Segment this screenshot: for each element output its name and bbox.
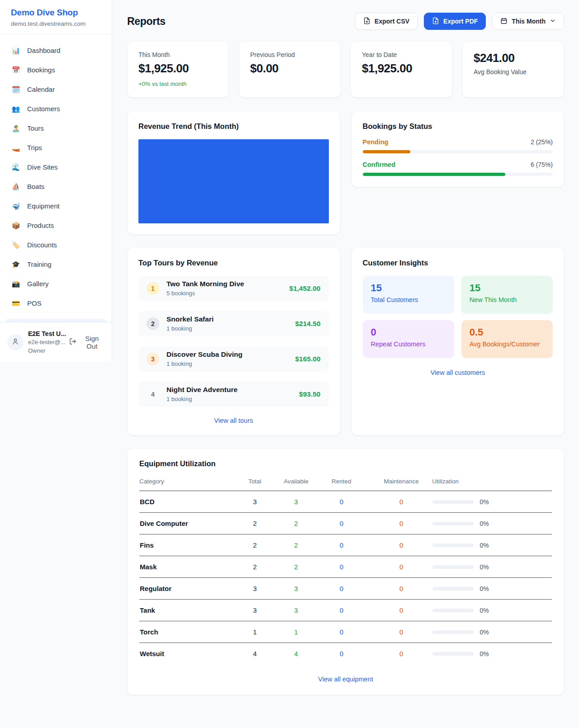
- avatar: [7, 334, 24, 350]
- sidebar-nav-item[interactable]: 👥 Customers: [5, 99, 106, 118]
- available-cell: 2: [280, 556, 313, 578]
- user-name: E2E Test U...: [28, 329, 65, 338]
- equipment-row: Regulator 3 3 0 0 0%: [139, 578, 552, 600]
- maintenance-cell: 0: [370, 513, 432, 534]
- revenue-trend-card: Revenue Trend (This Month): [127, 111, 340, 235]
- sidebar-nav-item[interactable]: 🎓 Training: [5, 255, 106, 274]
- rented-cell: 0: [313, 643, 370, 665]
- view-all-customers-link[interactable]: View all customers: [363, 369, 553, 376]
- sidebar-nav-item[interactable]: 💳 POS: [5, 293, 106, 313]
- equipment-row: Mask 2 2 0 0 0%: [139, 556, 552, 578]
- equipment-row: BCD 3 3 0 0 0%: [139, 491, 552, 513]
- nav-item-icon: 💳: [11, 300, 20, 307]
- tile-label: Total Customers: [371, 296, 446, 303]
- export-csv-button[interactable]: Export CSV: [355, 13, 418, 30]
- tile-value: 15: [470, 283, 545, 293]
- rank-badge: 2: [147, 317, 159, 330]
- period-dropdown[interactable]: This Month: [492, 13, 564, 30]
- utilization-cell: 0%: [432, 600, 552, 621]
- stat-label: Avg Booking Value: [474, 68, 553, 76]
- sign-out-button[interactable]: Sign Out: [69, 335, 104, 350]
- category-cell: Dive Computer: [139, 513, 230, 534]
- rented-cell: 0: [313, 578, 370, 600]
- utilization-bar: [432, 652, 474, 656]
- maintenance-cell: 0: [370, 621, 432, 643]
- total-cell: 2: [230, 513, 280, 534]
- insight-tile-total-customers: 15 Total Customers: [363, 276, 454, 314]
- user-info: E2E Test U... e2e-tester@... Owner: [28, 329, 65, 355]
- column-header-available: Available: [280, 473, 313, 491]
- sidebar-nav-item[interactable]: 📦 Products: [5, 216, 106, 235]
- stat-card-avg-booking-value: $241.00 Avg Booking Value: [462, 41, 564, 98]
- nav-item-reports-partial[interactable]: [5, 319, 106, 322]
- tour-info: Night Dive Adventure 1 booking: [166, 385, 237, 403]
- customer-insights-title: Customer Insights: [363, 259, 553, 267]
- nav-item-icon: 🎓: [11, 261, 20, 268]
- utilization-percent: 0%: [479, 607, 489, 614]
- sidebar-nav-item[interactable]: 🌊 Dive Sites: [5, 157, 106, 177]
- status-row-pending: Pending 2 (25%): [363, 138, 553, 153]
- sidebar-nav-item[interactable]: 🤿 Equipment: [5, 196, 106, 216]
- stat-label: Year to Date: [362, 51, 441, 58]
- status-value: 6 (75%): [531, 161, 553, 168]
- tour-name: Two Tank Morning Dive: [166, 279, 244, 288]
- user-email: e2e-tester@...: [28, 338, 65, 347]
- tile-label: New This Month: [470, 296, 545, 303]
- utilization-cell: 0%: [432, 534, 552, 556]
- sidebar-nav-item[interactable]: ⛵ Boats: [5, 177, 106, 196]
- sidebar-nav-item[interactable]: 🏷️ Discounts: [5, 235, 106, 255]
- top-tours-card: Top Tours by Revenue 1 Two Tank Morning …: [127, 247, 340, 435]
- status-row-confirmed: Confirmed 6 (75%): [363, 161, 553, 176]
- view-all-equipment-link[interactable]: View all equipment: [139, 676, 552, 683]
- insight-tiles: 15 Total Customers 15 New This Month 0 R…: [363, 276, 553, 358]
- nav-item-label: Training: [27, 260, 52, 268]
- export-pdf-button[interactable]: Export PDF: [424, 13, 486, 30]
- sidebar-nav-item[interactable]: 📅 Bookings: [5, 60, 106, 80]
- equipment-utilization-card: Equipment Utilization Category Total Ava…: [127, 448, 564, 695]
- utilization-cell: 0%: [432, 578, 552, 600]
- tour-bookings: 1 booking: [166, 360, 242, 368]
- utilization-percent: 0%: [479, 650, 489, 657]
- stat-label: This Month: [138, 51, 218, 58]
- sidebar-nav-item[interactable]: 🗓️ Calendar: [5, 80, 106, 99]
- sidebar-nav-item[interactable]: 🏝️ Tours: [5, 118, 106, 138]
- utilization-bar: [432, 544, 474, 547]
- utilization-bar: [432, 565, 474, 569]
- nav-item-icon: 👥: [11, 105, 20, 112]
- nav-item-icon: 🏷️: [11, 241, 20, 248]
- nav-item-label: Calendar: [27, 85, 55, 93]
- equipment-row: Dive Computer 2 2 0 0 0%: [139, 513, 552, 534]
- user-role: Owner: [28, 347, 65, 355]
- tour-bookings: 5 bookings: [166, 290, 244, 298]
- total-cell: 3: [230, 578, 280, 600]
- utilization-bar: [432, 630, 474, 634]
- utilization-percent: 0%: [479, 498, 489, 506]
- equipment-row: Wetsuit 4 4 0 0 0%: [139, 643, 552, 665]
- nav-item-icon: 📊: [11, 47, 20, 54]
- maintenance-cell: 0: [370, 534, 432, 556]
- stat-card-this-month: This Month $1,925.00 +0% vs last month: [127, 41, 229, 98]
- sidebar-nav-item[interactable]: 🚤 Trips: [5, 138, 106, 157]
- sidebar-nav-item[interactable]: 📊 Dashboard: [5, 41, 106, 60]
- utilization-cell: 0%: [432, 643, 552, 665]
- total-cell: 4: [230, 643, 280, 665]
- status-fill: [363, 150, 410, 153]
- utilization-percent: 0%: [479, 585, 489, 592]
- tile-label: Avg Bookings/Customer: [470, 340, 545, 348]
- stat-value: $241.00: [474, 51, 553, 65]
- sidebar-nav-item[interactable]: 📸 Gallery: [5, 274, 106, 293]
- export-csv-label: Export CSV: [375, 18, 409, 25]
- total-cell: 2: [230, 534, 280, 556]
- nav-item-icon: 🏝️: [11, 125, 20, 132]
- view-all-tours-link[interactable]: View all tours: [138, 417, 329, 424]
- rented-cell: 0: [313, 621, 370, 643]
- bookings-by-status-card: Bookings by Status Pending 2 (25%) Confi…: [351, 111, 565, 187]
- reports-page: Demo Dive Shop demo.test.divestreams.com…: [0, 0, 579, 728]
- tour-info: Discover Scuba Diving 1 booking: [166, 350, 242, 368]
- stat-delta: +0% vs last month: [138, 80, 218, 87]
- nav-item-label: Trips: [27, 144, 42, 151]
- header-actions: Export CSV Export PDF This Month: [355, 13, 564, 30]
- equipment-row: Tank 3 3 0 0 0%: [139, 600, 552, 621]
- status-fill: [363, 173, 505, 176]
- rank-badge: 3: [147, 353, 159, 365]
